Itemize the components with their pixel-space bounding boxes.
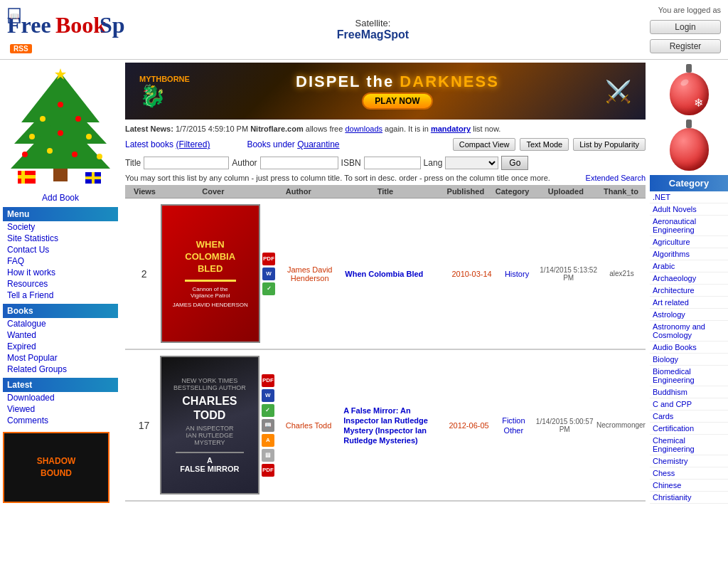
ornaments: ❄ bbox=[650, 60, 728, 175]
rss-badge[interactable]: RSS bbox=[10, 44, 32, 53]
login-button[interactable]: Login bbox=[650, 20, 721, 34]
category-link-chemistry[interactable]: Chemistry bbox=[650, 455, 728, 467]
extended-search-link[interactable]: Extended Search bbox=[586, 174, 646, 182]
word-icon[interactable]: W bbox=[262, 268, 275, 280]
pdf-icon[interactable]: PDF bbox=[262, 253, 275, 265]
check-icon[interactable]: ✓ bbox=[262, 282, 275, 295]
category-link-c-and-cpp[interactable]: C and CPP bbox=[650, 398, 728, 411]
list-icon[interactable]: ▤ bbox=[262, 449, 274, 462]
banner[interactable]: MYTHBORNE 🐉 DISPEL the DARKNESS PLAY NOW… bbox=[125, 63, 646, 120]
category-link-chess[interactable]: Chess bbox=[650, 467, 728, 480]
table-row: 17 NEW YORK TIMES BESTSELLING AUTHOR CHA… bbox=[125, 350, 646, 502]
author-input[interactable] bbox=[260, 157, 338, 169]
sidebar-item-faq[interactable]: FAQ bbox=[3, 255, 118, 267]
svg-point-15 bbox=[22, 152, 28, 157]
col-header-cover[interactable]: Cover bbox=[161, 187, 265, 196]
sidebar-item-society[interactable]: Society bbox=[3, 221, 118, 233]
sidebar-item-tell-a-friend[interactable]: Tell a Friend bbox=[3, 290, 118, 301]
category-link-archaeology[interactable]: Archaeology bbox=[650, 272, 728, 285]
sidebar-books-related-groups[interactable]: Related Groups bbox=[3, 364, 118, 375]
header: Free Book Spot 📖 RSS Satellite: FreeMagS… bbox=[0, 0, 728, 60]
sidebar-books-wanted[interactable]: Wanted bbox=[3, 329, 118, 341]
news-link-mandatory[interactable]: mandatory bbox=[431, 125, 471, 133]
category-link-aeronautical-engineering[interactable]: Aeronautical Engineering bbox=[650, 216, 728, 236]
filter-bar: Latest books (Filtered) Books under Quar… bbox=[125, 135, 646, 154]
col-header-title[interactable]: Title bbox=[332, 187, 439, 196]
latest-section: DownloadedViewedComments bbox=[3, 392, 118, 426]
sidebar-item-how-it-works[interactable]: How it works bbox=[3, 267, 118, 278]
category-link-net[interactable]: .NET bbox=[650, 191, 728, 203]
category-link-biomedical-engineering[interactable]: Biomedical Engineering bbox=[650, 366, 728, 386]
list-popularity-button[interactable]: List by Popularity bbox=[573, 138, 646, 151]
lang-select[interactable] bbox=[445, 157, 498, 169]
sidebar-item-contact-us[interactable]: Contact Us bbox=[3, 244, 118, 255]
add-book-button[interactable]: Add Book bbox=[3, 191, 118, 204]
sidebar-latest-downloaded[interactable]: Downloaded bbox=[3, 392, 118, 403]
news-latest-label: Latest News: bbox=[125, 125, 173, 133]
latest-header: Latest bbox=[3, 378, 118, 392]
pdf2-icon[interactable]: PDF bbox=[262, 464, 274, 477]
book-views: 2 bbox=[128, 268, 160, 280]
banner-left: MYTHBORNE 🐉 bbox=[139, 75, 190, 108]
word-icon[interactable]: W bbox=[262, 389, 274, 402]
sidebar-item-resources[interactable]: Resources bbox=[3, 278, 118, 290]
svg-rect-8 bbox=[53, 169, 68, 181]
category-link-arabic[interactable]: Arabic bbox=[650, 260, 728, 272]
book-category-link[interactable]: Fiction Other bbox=[502, 416, 525, 435]
book-category-link[interactable]: History bbox=[505, 270, 529, 278]
book-title-link[interactable]: A False Mirror: An Inspector Ian Rutledg… bbox=[343, 406, 428, 445]
books-under-quarantine-link[interactable]: Books under Quarantine bbox=[247, 139, 339, 149]
col-header-uploaded[interactable]: Uploaded bbox=[532, 187, 599, 196]
category-link-chinese[interactable]: Chinese bbox=[650, 480, 728, 492]
sidebar-books-expired[interactable]: Expired bbox=[3, 341, 118, 352]
col-header-author[interactable]: Author bbox=[265, 187, 332, 196]
news-text3: list now. bbox=[473, 125, 500, 133]
check-icon[interactable]: ✓ bbox=[262, 404, 274, 417]
category-link-christianity[interactable]: Christianity bbox=[650, 492, 728, 504]
book-cover[interactable]: WHENCOLOMBIABLED Cannon of theVigilance … bbox=[160, 204, 260, 343]
news-link-downloads[interactable]: downloads bbox=[345, 125, 382, 133]
category-link-agriculture[interactable]: Agriculture bbox=[650, 236, 728, 248]
category-link-certification[interactable]: Certification bbox=[650, 423, 728, 435]
category-link-biology[interactable]: Biology bbox=[650, 354, 728, 366]
category-link-astronomy-and-cosmology[interactable]: Astronomy and Cosmology bbox=[650, 321, 728, 342]
play-now-button[interactable]: PLAY NOW bbox=[362, 92, 432, 110]
title-input[interactable] bbox=[144, 157, 229, 169]
category-link-art-related[interactable]: Art related bbox=[650, 297, 728, 309]
pdf-icon[interactable]: PDF bbox=[262, 374, 274, 387]
sidebar-books-catalogue[interactable]: Catalogue bbox=[3, 318, 118, 329]
col-header-views[interactable]: Views bbox=[128, 187, 161, 196]
col-header-published[interactable]: Published bbox=[439, 187, 492, 196]
book-cover[interactable]: NEW YORK TIMES BESTSELLING AUTHOR CHARLE… bbox=[160, 356, 259, 494]
text-mode-button[interactable]: Text Mode bbox=[520, 138, 569, 151]
menu-header: Menu bbox=[3, 207, 118, 221]
satellite-link[interactable]: FreeMagSpot bbox=[124, 28, 621, 41]
sidebar-item-site-statistics[interactable]: Site Statistics bbox=[3, 233, 118, 244]
category-link-algorithms[interactable]: Algorithms bbox=[650, 248, 728, 260]
category-link-architecture[interactable]: Architecture bbox=[650, 285, 728, 297]
category-link-cards[interactable]: Cards bbox=[650, 411, 728, 423]
col-header-category[interactable]: Category bbox=[492, 187, 532, 196]
book-category: Fiction Other bbox=[494, 415, 532, 435]
sidebar-books-most-popular[interactable]: Most Popular bbox=[3, 352, 118, 364]
category-link-adult-novels[interactable]: Adult Novels bbox=[650, 203, 728, 216]
category-link-buddhism[interactable]: Buddhism bbox=[650, 386, 728, 398]
category-link-chemical-engineering[interactable]: Chemical Engineering bbox=[650, 435, 728, 455]
compact-view-button[interactable]: Compact View bbox=[453, 138, 516, 151]
category-link-astrology[interactable]: Astrology bbox=[650, 309, 728, 321]
book-icon[interactable]: 📖 bbox=[262, 419, 274, 432]
col-header-thank_to[interactable]: Thank_to bbox=[599, 187, 643, 196]
go-button[interactable]: Go bbox=[501, 156, 528, 170]
svg-rect-22 bbox=[18, 175, 36, 179]
isbn-input[interactable] bbox=[364, 157, 421, 169]
book-title-link[interactable]: When Colombia Bled bbox=[345, 270, 423, 278]
latest-books-link[interactable]: Latest books (Filtered) bbox=[125, 139, 210, 149]
sidebar-latest-comments[interactable]: Comments bbox=[3, 415, 118, 426]
shadow-ad[interactable]: SHADOWBOUND bbox=[3, 432, 109, 503]
sidebar-latest-viewed[interactable]: Viewed bbox=[3, 403, 118, 415]
amazon-icon[interactable]: A bbox=[262, 434, 274, 447]
svg-point-11 bbox=[75, 116, 81, 122]
register-button[interactable]: Register bbox=[650, 39, 721, 53]
category-link-audio-books[interactable]: Audio Books bbox=[650, 342, 728, 354]
table-row: 2 WHENCOLOMBIABLED Cannon of theVigilanc… bbox=[125, 198, 646, 350]
